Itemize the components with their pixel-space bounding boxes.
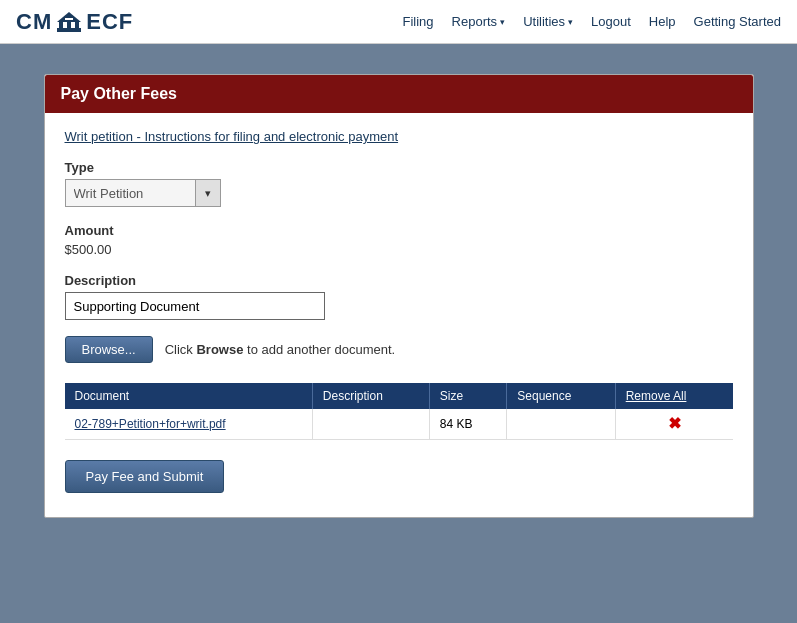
- th-description: Description: [312, 383, 429, 409]
- svg-rect-1: [59, 22, 63, 30]
- remove-button[interactable]: ✖: [665, 415, 683, 433]
- document-table: Document Description Size Sequence Remov…: [65, 383, 733, 440]
- table-header-row: Document Description Size Sequence Remov…: [65, 383, 733, 409]
- browse-hint: Click Browse to add another document.: [165, 342, 396, 357]
- svg-rect-3: [75, 22, 79, 30]
- logo-building-icon: [55, 8, 83, 36]
- reports-dropdown-arrow: ▾: [500, 17, 505, 27]
- amount-label: Amount: [65, 223, 733, 238]
- document-link[interactable]: 02-789+Petition+for+writ.pdf: [75, 417, 226, 431]
- nav-filing[interactable]: Filing: [403, 14, 434, 29]
- table-header: Document Description Size Sequence Remov…: [65, 383, 733, 409]
- logo-cm: CM: [16, 9, 52, 35]
- table-row: 02-789+Petition+for+writ.pdf 84 KB ✖: [65, 409, 733, 440]
- type-dropdown-btn[interactable]: ▾: [195, 179, 221, 207]
- cell-sequence: [507, 409, 615, 440]
- logo: CM ECF: [16, 8, 133, 36]
- cell-remove: ✖: [615, 409, 732, 440]
- cell-document: 02-789+Petition+for+writ.pdf: [65, 409, 313, 440]
- browse-row: Browse... Click Browse to add another do…: [65, 336, 733, 363]
- browse-hint-bold: Browse: [196, 342, 243, 357]
- th-remove-all[interactable]: Remove All: [615, 383, 732, 409]
- navbar: CM ECF Filing Reports ▾ Utilities ▾ Logo…: [0, 0, 797, 44]
- browse-button[interactable]: Browse...: [65, 336, 153, 363]
- logo-ecf: ECF: [86, 9, 133, 35]
- card-title: Pay Other Fees: [61, 85, 178, 102]
- th-size: Size: [429, 383, 507, 409]
- amount-value: $500.00: [65, 242, 733, 257]
- svg-marker-4: [57, 12, 81, 22]
- type-dropdown-arrow-icon: ▾: [205, 187, 211, 200]
- cell-description: [312, 409, 429, 440]
- type-input[interactable]: [65, 179, 195, 207]
- nav-help[interactable]: Help: [649, 14, 676, 29]
- nav-getting-started[interactable]: Getting Started: [694, 14, 781, 29]
- utilities-dropdown-arrow: ▾: [568, 17, 573, 27]
- main-bg: Pay Other Fees Writ petition - Instructi…: [0, 44, 797, 623]
- description-label: Description: [65, 273, 733, 288]
- card: Pay Other Fees Writ petition - Instructi…: [44, 74, 754, 518]
- pay-fee-submit-button[interactable]: Pay Fee and Submit: [65, 460, 225, 493]
- description-input[interactable]: [65, 292, 325, 320]
- card-body: Writ petition - Instructions for filing …: [45, 113, 753, 517]
- nav-logout[interactable]: Logout: [591, 14, 631, 29]
- type-label: Type: [65, 160, 733, 175]
- th-sequence: Sequence: [507, 383, 615, 409]
- remove-x-icon: ✖: [668, 415, 681, 432]
- remove-all-link[interactable]: Remove All: [626, 389, 687, 403]
- description-section: Description: [65, 273, 733, 320]
- card-header: Pay Other Fees: [45, 75, 753, 113]
- amount-section: Amount $500.00: [65, 223, 733, 257]
- svg-rect-5: [65, 18, 73, 20]
- cell-size: 84 KB: [429, 409, 507, 440]
- table-body: 02-789+Petition+for+writ.pdf 84 KB ✖: [65, 409, 733, 440]
- type-select-container: ▾: [65, 179, 733, 207]
- svg-rect-2: [67, 22, 71, 30]
- nav-links: Filing Reports ▾ Utilities ▾ Logout Help…: [403, 14, 781, 29]
- nav-utilities[interactable]: Utilities ▾: [523, 14, 573, 29]
- instructions-link[interactable]: Writ petition - Instructions for filing …: [65, 129, 399, 144]
- nav-reports[interactable]: Reports ▾: [452, 14, 506, 29]
- type-section: Type ▾: [65, 160, 733, 207]
- th-document: Document: [65, 383, 313, 409]
